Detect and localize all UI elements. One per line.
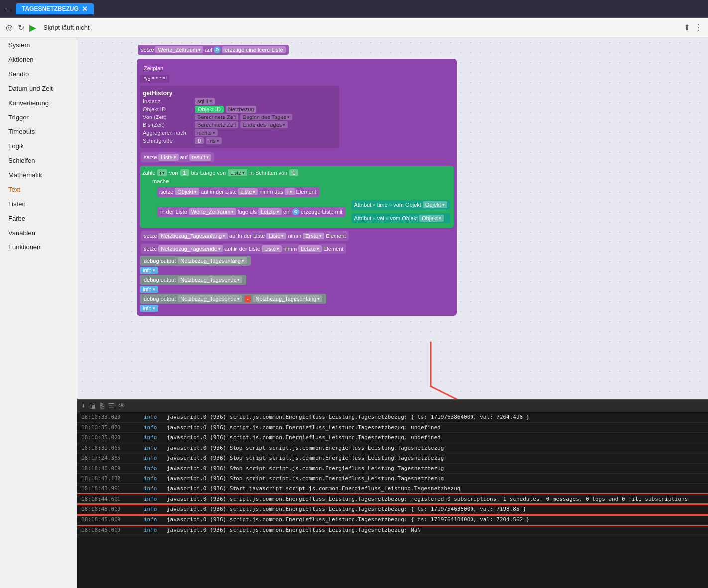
quote-icon-4: » — [386, 216, 389, 221]
debug3-block[interactable]: debug output Netzbezug_Tagesende ▾ - Net… — [140, 294, 326, 304]
minus-pill[interactable]: - — [244, 295, 251, 302]
liste5-dropdown[interactable]: Liste ▾ — [262, 245, 282, 252]
chevron-icon-16: ▾ — [439, 216, 441, 221]
sidebar-item-trigger[interactable]: Trigger — [0, 110, 77, 124]
sidebar-item-text[interactable]: Text — [0, 182, 77, 197]
one2-pill[interactable]: 1 — [289, 169, 298, 176]
sidebar-item-variablen[interactable]: Variablen — [0, 226, 77, 240]
debug3-row: debug output Netzbezug_Tagesende ▾ - Net… — [140, 294, 454, 304]
debug2-block[interactable]: debug output Netzbezug_Tagesende ▾ — [140, 275, 246, 285]
menu-icon[interactable]: ⋮ — [694, 23, 702, 32]
debug1-var-dropdown[interactable]: Netzbezug_Tagesanfang ▾ — [178, 257, 247, 264]
zeitplan-block[interactable]: Zeitplan — [140, 64, 167, 73]
setze-objekt-block[interactable]: setze Objekt ▾ auf in der Liste — [157, 187, 319, 197]
sidebar-item-schleifen[interactable]: Schleifen — [0, 153, 77, 168]
instanz-row: Instanz sql.1 ▾ — [143, 98, 336, 105]
tagesende-dropdown[interactable]: Netzbezug_Tagesende ▾ — [158, 245, 223, 252]
beginn-tages-dropdown[interactable]: Beginn des Tages ▾ — [240, 114, 292, 120]
erste-dropdown[interactable]: Erste ▾ — [303, 233, 324, 239]
letzte-dropdown[interactable]: Letzte ▾ — [258, 208, 282, 215]
chevron-icon-18: ▾ — [281, 234, 284, 238]
block-container: setze Werte_Zeitraum ▾ auf ⚙ erzeuge ein… — [137, 43, 457, 316]
schedule-pill[interactable]: */5 * * * * — [140, 75, 169, 83]
attribut2-block[interactable]: Attribut « val » vom Objekt Objekt ▾ — [351, 213, 450, 223]
log-level: info — [144, 423, 164, 432]
objekt2-dropdown[interactable]: Objekt ▾ — [423, 201, 447, 208]
sidebar-item-farbe[interactable]: Farbe — [0, 211, 77, 226]
berechnete-zeit1-dropdown[interactable]: Berechnete Zeit — [195, 114, 238, 120]
log-level: info — [144, 433, 164, 442]
log-time: 18:18:44.601 — [81, 495, 141, 504]
back-button[interactable]: ← — [4, 4, 12, 13]
liste4-dropdown[interactable]: Liste ▾ — [266, 233, 286, 239]
sidebar-item-aktionen[interactable]: Aktionen — [0, 52, 77, 67]
liste-dropdown[interactable]: Liste ▾ — [158, 154, 178, 161]
download-icon[interactable]: ⬇ — [81, 402, 85, 410]
sidebar-item-logik[interactable]: Logik — [0, 139, 77, 153]
objekt3-dropdown[interactable]: Objekt ▾ — [419, 215, 444, 222]
info2-pill[interactable]: info ▾ — [140, 286, 158, 293]
sidebar-item-system[interactable]: System — [0, 38, 77, 52]
i-dropdown[interactable]: i ▾ — [157, 169, 167, 176]
sidebar-item-sendto[interactable]: Sendto — [0, 67, 77, 81]
lange-von-label: Lange von — [200, 170, 226, 176]
export-icon[interactable]: ⬆ — [684, 23, 690, 32]
sidebar-item-datum-zeit[interactable]: Datum und Zeit — [0, 81, 77, 96]
debug3-var1-dropdown[interactable]: Netzbezug_Tagesende ▾ — [178, 295, 242, 302]
annotation-arrow — [401, 337, 550, 399]
one-pill[interactable]: 1 — [180, 169, 189, 176]
sidebar-item-funktionen[interactable]: Funktionen — [0, 240, 77, 254]
tab-close-button[interactable]: ✕ — [82, 5, 88, 12]
zero-pill[interactable]: 0 — [195, 137, 204, 144]
schrittgroesse-label: Schrittgröße — [143, 138, 193, 144]
i2-dropdown[interactable]: i ▾ — [285, 188, 294, 195]
objekt-id-block[interactable]: Objekt ID — [195, 106, 224, 113]
result-dropdown[interactable]: result ▾ — [189, 154, 211, 161]
tagesende-block[interactable]: setze Netzbezug_Tagesende ▾ auf in der L… — [141, 244, 346, 254]
chevron-icon-17: ▾ — [223, 234, 225, 238]
auf-label: auf — [205, 47, 212, 53]
debug3-var2-dropdown[interactable]: Netzbezug_Tagesanfang ▾ — [253, 295, 322, 302]
setze-liste-block[interactable]: setze Liste ▾ auf result ▾ — [141, 152, 214, 162]
in-liste-block[interactable]: in der Liste Werte_Zeitraum ▾ füge als L… — [157, 207, 345, 217]
sidebar-item-konvertierung[interactable]: Konvertierung — [0, 96, 77, 110]
bis-row: Bis (Zeit) Berechnete Zeit Ende des Tage… — [143, 121, 336, 128]
tagesanfang-dropdown[interactable]: Netzbezug_Tagesanfang ▾ — [158, 233, 228, 239]
liste2-dropdown[interactable]: Liste ▾ — [228, 169, 247, 176]
ende-tages-dropdown[interactable]: Ende des Tages ▾ — [240, 121, 288, 128]
eye-icon[interactable]: 👁 — [118, 402, 125, 410]
sidebar-item-timeouts[interactable]: Timeouts — [0, 124, 77, 139]
tagesanfang-block[interactable]: setze Netzbezug_Tagesanfang ▾ auf in der… — [141, 231, 349, 241]
netzbezug-pill[interactable]: Netzbezug — [226, 106, 257, 113]
top-bar: ← TAGESNETZBEZUG ✕ — [0, 0, 708, 18]
sql-dropdown[interactable]: sql.1 ▾ — [195, 98, 215, 105]
werte-zeitraum-dropdown[interactable]: Werte_Zeitraum ▾ — [155, 46, 203, 53]
trash-icon[interactable]: 🗑 — [89, 402, 96, 410]
debug2-var-dropdown[interactable]: Netzbezug_Tagesende ▾ — [178, 276, 242, 283]
list-icon[interactable]: ☰ — [108, 402, 115, 410]
berechnete-zeit2-dropdown[interactable]: Berechnete Zeit — [195, 121, 238, 128]
nichts-dropdown[interactable]: nichts ▾ — [195, 129, 218, 136]
chevron-icon-7: ▾ — [206, 155, 209, 160]
active-tab[interactable]: TAGESNETZBEZUG ✕ — [16, 3, 94, 14]
werte-zeitraum2-dropdown[interactable]: Werte_Zeitraum ▾ — [189, 208, 236, 215]
get-history-label: getHistory — [143, 90, 172, 97]
run-button[interactable]: ▶ — [29, 22, 36, 33]
sidebar-item-listen[interactable]: Listen — [0, 197, 77, 211]
objekt-dropdown[interactable]: Objekt ▾ — [175, 188, 199, 195]
copy-icon[interactable]: ⎘ — [100, 402, 104, 410]
letzte2-dropdown[interactable]: Letzte ▾ — [298, 245, 322, 252]
sidebar-item-mathematik[interactable]: Mathematik — [0, 168, 77, 182]
ms-dropdown[interactable]: ms ▾ — [206, 137, 222, 144]
info3-pill[interactable]: info ▾ — [140, 305, 158, 312]
debug1-block[interactable]: debug output Netzbezug_Tagesanfang ▾ — [140, 256, 251, 266]
erzeuge-liste-dropdown[interactable]: erzeuge eine leere Liste — [222, 46, 285, 53]
attribut1-block[interactable]: Attribut « time » vom Objekt Objekt ▾ — [351, 200, 450, 210]
canvas[interactable]: setze Werte_Zeitraum ▾ auf ⚙ erzeuge ein… — [77, 38, 708, 399]
compass-icon[interactable]: ◎ — [6, 23, 13, 32]
liste3-dropdown[interactable]: Liste ▾ — [238, 188, 258, 195]
console-toolbar: ⬇ 🗑 ⎘ ☰ 👁 — [77, 400, 708, 412]
info1-pill[interactable]: info ▾ — [140, 267, 158, 274]
setze-block[interactable]: setze Werte_Zeitraum ▾ auf ⚙ erzeuge ein… — [138, 45, 289, 55]
refresh-icon[interactable]: ↻ — [18, 23, 24, 32]
